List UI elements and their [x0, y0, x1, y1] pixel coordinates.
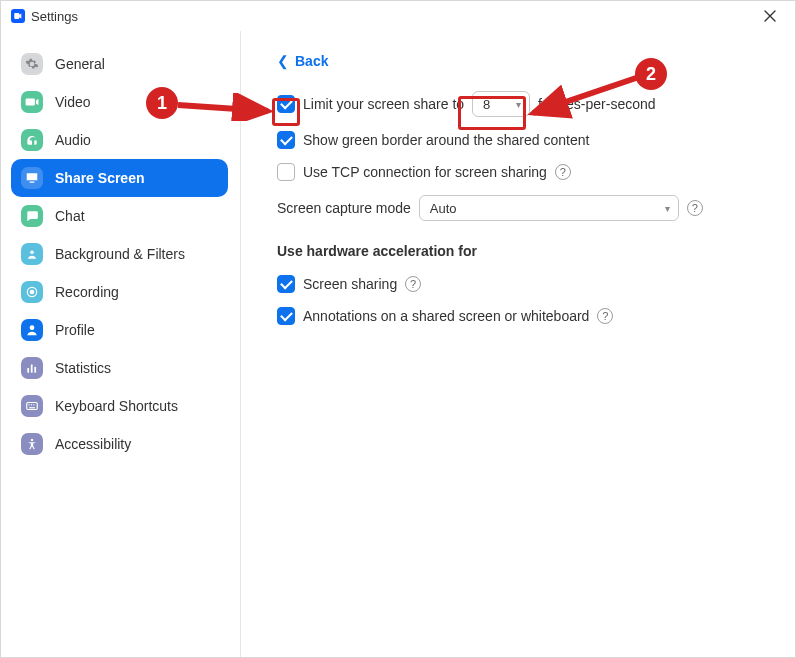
limit-fps-label-prefix: Limit your screen share to [303, 96, 464, 112]
window-close-button[interactable] [755, 2, 785, 30]
hw-annotations-checkbox[interactable] [277, 307, 295, 325]
hw-screen-sharing-label: Screen sharing [303, 276, 397, 292]
tcp-checkbox[interactable] [277, 163, 295, 181]
help-icon[interactable]: ? [555, 164, 571, 180]
sidebar-item-label: General [55, 56, 105, 72]
titlebar: Settings [1, 1, 795, 31]
back-button[interactable]: ❮ Back [277, 53, 755, 69]
sidebar-item-chat[interactable]: Chat [11, 197, 228, 235]
settings-window: Settings General Video [0, 0, 796, 658]
sidebar-item-accessibility[interactable]: Accessibility [11, 425, 228, 463]
fps-value: 8 [483, 97, 490, 112]
svg-point-12 [31, 439, 33, 441]
video-icon [21, 91, 43, 113]
svg-rect-6 [34, 367, 36, 373]
sidebar-item-profile[interactable]: Profile [11, 311, 228, 349]
keyboard-icon [21, 395, 43, 417]
profile-icon [21, 319, 43, 341]
chat-icon [21, 205, 43, 227]
capture-mode-select[interactable]: Auto ▾ [419, 195, 679, 221]
sidebar-item-label: Background & Filters [55, 246, 185, 262]
gear-icon [21, 53, 43, 75]
user-square-icon [21, 243, 43, 265]
svg-rect-9 [29, 404, 30, 405]
sidebar-item-statistics[interactable]: Statistics [11, 349, 228, 387]
back-label: Back [295, 53, 328, 69]
help-icon[interactable]: ? [405, 276, 421, 292]
limit-fps-checkbox[interactable] [277, 95, 295, 113]
sidebar-item-general[interactable]: General [11, 45, 228, 83]
hw-accel-heading: Use hardware acceleration for [277, 243, 755, 259]
sidebar-item-recording[interactable]: Recording [11, 273, 228, 311]
sidebar-item-label: Accessibility [55, 436, 131, 452]
sidebar-item-label: Statistics [55, 360, 111, 376]
sidebar-item-audio[interactable]: Audio [11, 121, 228, 159]
svg-rect-8 [29, 407, 35, 408]
share-screen-panel: ❮ Back Limit your screen share to 8 ▾ fr… [241, 31, 795, 657]
sidebar-item-label: Chat [55, 208, 85, 224]
svg-rect-11 [33, 404, 34, 405]
svg-rect-7 [27, 403, 38, 410]
accessibility-icon [21, 433, 43, 455]
sidebar-item-label: Video [55, 94, 91, 110]
hw-screen-sharing-checkbox[interactable] [277, 275, 295, 293]
window-title: Settings [31, 9, 78, 24]
sidebar-item-label: Recording [55, 284, 119, 300]
sidebar-item-background-filters[interactable]: Background & Filters [11, 235, 228, 273]
record-icon [21, 281, 43, 303]
share-screen-icon [21, 167, 43, 189]
capture-mode-value: Auto [430, 201, 457, 216]
svg-point-0 [30, 251, 34, 255]
sidebar-item-keyboard-shortcuts[interactable]: Keyboard Shortcuts [11, 387, 228, 425]
svg-rect-5 [31, 365, 33, 373]
zoom-app-icon [11, 9, 25, 23]
bars-icon [21, 357, 43, 379]
svg-rect-4 [27, 368, 29, 373]
svg-point-2 [30, 290, 35, 295]
svg-rect-10 [31, 404, 32, 405]
chevron-left-icon: ❮ [277, 53, 289, 69]
green-border-label: Show green border around the shared cont… [303, 132, 589, 148]
sidebar-item-video[interactable]: Video [11, 83, 228, 121]
hw-annotations-label: Annotations on a shared screen or whiteb… [303, 308, 589, 324]
capture-mode-label: Screen capture mode [277, 200, 411, 216]
help-icon[interactable]: ? [687, 200, 703, 216]
sidebar-item-share-screen[interactable]: Share Screen [11, 159, 228, 197]
svg-point-3 [30, 325, 35, 330]
settings-sidebar: General Video Audio Share Screen [1, 31, 241, 657]
chevron-down-icon: ▾ [516, 99, 521, 110]
help-icon[interactable]: ? [597, 308, 613, 324]
tcp-label: Use TCP connection for screen sharing [303, 164, 547, 180]
sidebar-item-label: Keyboard Shortcuts [55, 398, 178, 414]
headphones-icon [21, 129, 43, 151]
sidebar-item-label: Share Screen [55, 170, 145, 186]
sidebar-item-label: Profile [55, 322, 95, 338]
limit-fps-label-suffix: frames-per-second [538, 96, 656, 112]
chevron-down-icon: ▾ [665, 203, 670, 214]
sidebar-item-label: Audio [55, 132, 91, 148]
fps-select[interactable]: 8 ▾ [472, 91, 530, 117]
green-border-checkbox[interactable] [277, 131, 295, 149]
